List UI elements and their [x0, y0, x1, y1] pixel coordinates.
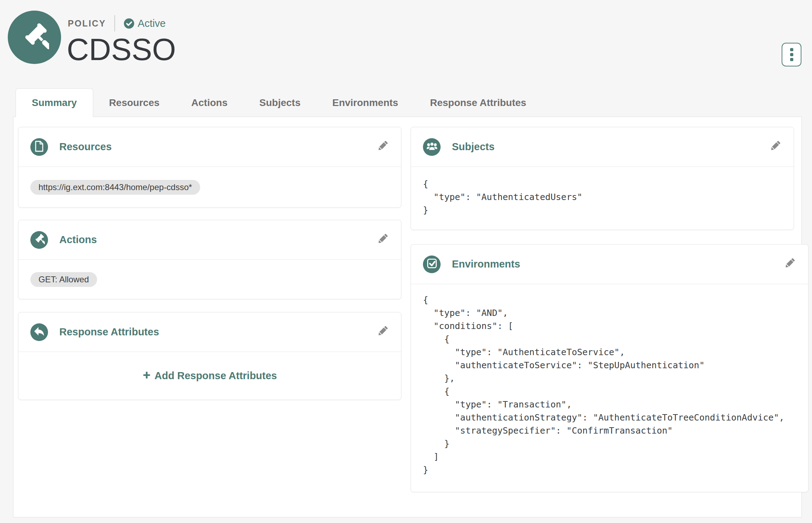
environments-card-header: Environments — [411, 245, 808, 284]
tab-resources[interactable]: Resources — [93, 88, 175, 117]
environments-card-title: Environments — [452, 258, 520, 270]
resources-card-header: Resources — [18, 127, 401, 167]
subjects-card-body: { "type": "AuthenticatedUsers" } — [411, 167, 794, 229]
kebab-icon — [790, 47, 793, 62]
header-divider — [114, 15, 115, 31]
add-response-attributes-label: Add Response Attributes — [155, 370, 277, 382]
check-circle-icon — [124, 18, 135, 29]
status-label: Active — [138, 18, 166, 29]
reply-icon — [34, 327, 44, 337]
response-attributes-card: Response Attributes — [18, 312, 401, 400]
page-title: CDSSO — [67, 34, 176, 65]
edit-response-attributes-button[interactable] — [377, 326, 388, 338]
response-attributes-card-header: Response Attributes — [18, 312, 401, 352]
subjects-icon-circle — [423, 138, 441, 156]
resources-icon-circle — [30, 138, 48, 156]
users-icon — [426, 142, 437, 152]
actions-card-body: GET: Allowed — [18, 260, 401, 299]
pencil-icon — [377, 326, 388, 338]
policy-avatar — [8, 11, 61, 64]
tab-subjects[interactable]: Subjects — [244, 88, 317, 117]
add-response-attributes-button[interactable]: Add Response Attributes — [143, 370, 277, 382]
tab-bar: Summary Resources Actions Subjects Envir… — [16, 88, 542, 117]
subjects-card-header: Subjects — [411, 127, 794, 167]
pencil-icon — [377, 234, 388, 246]
plus-icon — [143, 370, 151, 382]
resources-card-body: https://ig.ext.com:8443/home/pep-cdsso* — [18, 167, 401, 207]
subjects-card-title: Subjects — [452, 141, 495, 153]
pencil-icon — [377, 141, 388, 153]
resources-card: Resources https://ig.ext.com:8443/home/p… — [18, 127, 401, 208]
more-options-button[interactable] — [782, 43, 801, 66]
resources-card-title: Resources — [59, 141, 112, 153]
environments-card-body: { "type": "AND", "conditions": [ { "type… — [411, 284, 808, 488]
environments-card: Environments { "type": "AND", "condition… — [411, 244, 808, 492]
actions-card-header: Actions — [18, 220, 401, 260]
action-chip: GET: Allowed — [30, 272, 97, 287]
document-icon — [35, 141, 44, 153]
tab-response-attributes[interactable]: Response Attributes — [414, 88, 542, 117]
pencil-icon — [770, 141, 781, 153]
subjects-card: Subjects { "type": "AuthenticatedUsers" … — [411, 127, 794, 230]
response-attributes-icon-circle — [30, 323, 48, 341]
pencil-icon — [784, 258, 795, 270]
tab-environments[interactable]: Environments — [316, 88, 414, 117]
environments-icon-circle — [423, 255, 441, 273]
check-square-icon — [427, 258, 437, 270]
edit-environments-button[interactable] — [784, 258, 795, 270]
edit-actions-button[interactable] — [377, 234, 388, 246]
entity-type-label: POLICY — [68, 18, 106, 29]
edit-resources-button[interactable] — [377, 141, 388, 153]
response-attributes-card-body: Add Response Attributes — [18, 352, 401, 400]
edit-subjects-button[interactable] — [770, 141, 781, 153]
environments-json: { "type": "AND", "conditions": [ { "type… — [423, 293, 796, 476]
actions-card-title: Actions — [59, 234, 97, 246]
gavel-icon — [20, 22, 49, 53]
status-badge: Active — [124, 18, 166, 29]
actions-card: Actions GET: Allowed — [18, 220, 401, 299]
gavel-icon — [34, 234, 45, 246]
actions-icon-circle — [30, 231, 48, 249]
resource-chip: https://ig.ext.com:8443/home/pep-cdsso* — [30, 180, 200, 195]
subjects-json: { "type": "AuthenticatedUsers" } — [423, 177, 782, 217]
policy-summary-page: POLICY Active CDSSO Summary Resources Ac… — [0, 0, 812, 523]
header-meta: POLICY Active — [68, 15, 166, 32]
tab-actions[interactable]: Actions — [175, 88, 244, 117]
response-attributes-card-title: Response Attributes — [59, 326, 159, 338]
tab-summary[interactable]: Summary — [16, 88, 93, 117]
